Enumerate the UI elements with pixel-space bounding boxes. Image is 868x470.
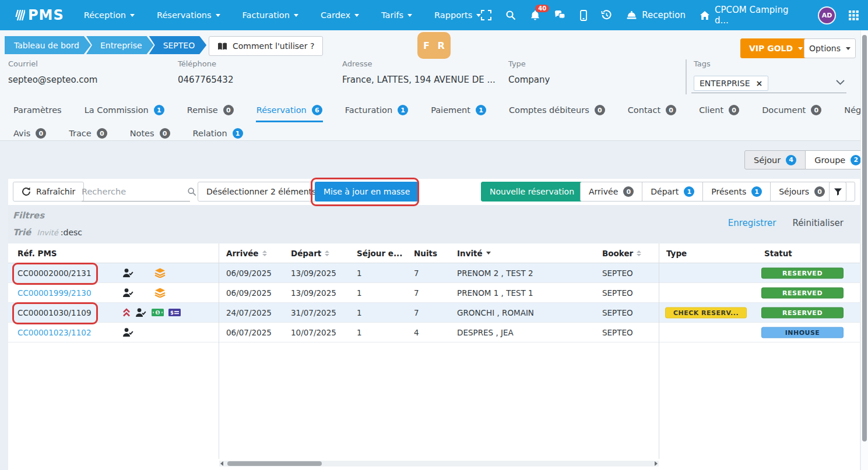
reservation-ref-link[interactable]: CC00001999/2130 [17, 288, 91, 298]
tab-facturation[interactable]: Facturation1 [345, 101, 409, 122]
col-sejour[interactable]: Séjour e... [357, 249, 402, 258]
svg-text:$: $ [156, 310, 159, 315]
tab-contact[interactable]: Contact0 [627, 101, 677, 122]
tab-notes[interactable]: Notes0 [129, 125, 171, 146]
table-pane-divider [219, 243, 219, 459]
tab-document[interactable]: Document0 [761, 101, 822, 122]
tab-paiement[interactable]: Paiement1 [430, 101, 487, 122]
main-menu: Réception Réservations Facturation Carde… [84, 10, 481, 20]
toolbar: Rafraîchir Désélectionner 2 éléments Mis… [8, 179, 860, 205]
tag-enterprise-chip[interactable]: ENTERPRISE × [694, 76, 768, 91]
layers-icon [154, 268, 166, 278]
search-field [82, 182, 190, 202]
advanced-filter-button[interactable] [829, 182, 846, 202]
tab-trace[interactable]: Trace0 [68, 125, 107, 146]
reset-filters-link[interactable]: Réinitialiser [792, 218, 844, 228]
table-row[interactable]: CC00001023/1102 06/07/2025 10/07/2025 1 … [8, 323, 860, 342]
table-row[interactable]: CC00001030/1109 $ $ 24/07/2025 31/07/202… [8, 303, 860, 323]
toggle-groupe[interactable]: Groupe2 [805, 150, 868, 169]
reservations-panel: Rafraîchir Désélectionner 2 éléments Mis… [8, 179, 860, 470]
sort-icon [637, 250, 641, 256]
vertical-scrollbar[interactable] [860, 30, 868, 470]
scroll-left-icon[interactable] [220, 461, 223, 466]
search-icon[interactable] [505, 10, 516, 20]
col-ref-pms[interactable]: Réf. PMS [17, 249, 57, 258]
filter-links: Enregistrer Réinitialiser [728, 218, 844, 228]
tab-parametres[interactable]: Paramètres [13, 101, 62, 122]
new-reservation-button[interactable]: Nouvelle réservation [481, 182, 583, 202]
menu-tarifs[interactable]: Tarifs [381, 10, 412, 20]
entity-tabs: Paramètres La Commission1 Remise0 Réserv… [13, 101, 855, 122]
tab-avis[interactable]: Avis0 [13, 125, 47, 146]
payment-card-icon: $ [168, 309, 181, 316]
reservation-ref[interactable]: CC00001030/1109 [17, 308, 91, 317]
col-nuits[interactable]: Nuits [414, 249, 437, 258]
app-logo[interactable]: PMS [15, 7, 64, 23]
history-icon[interactable] [601, 10, 612, 20]
horizontal-scrollbar[interactable] [219, 461, 659, 467]
table-row[interactable]: CC00002000/2131 06/09/2025 13/09/2025 1 … [8, 263, 860, 283]
tab-reservation[interactable]: Réservation6 [256, 101, 323, 122]
fullscreen-icon[interactable] [481, 10, 491, 20]
table-row[interactable]: CC00001999/2130 06/09/2025 13/09/2025 1 … [8, 283, 860, 303]
search-input[interactable] [82, 187, 187, 196]
sort-icon [262, 250, 267, 256]
filter-presents-button[interactable]: Présents1 [702, 182, 771, 202]
tags-dropdown-chevron-icon[interactable] [836, 80, 845, 85]
menu-cardex[interactable]: Cardex [321, 10, 359, 20]
top-navbar: PMS Réception Réservations Facturation C… [0, 0, 868, 30]
tab-relation[interactable]: Relation1 [192, 125, 244, 146]
save-filters-link[interactable]: Enregistrer [728, 218, 776, 228]
menu-reservations[interactable]: Réservations [157, 10, 220, 20]
refresh-button[interactable]: Rafraîchir [13, 182, 84, 202]
col-invite[interactable]: Invité [457, 249, 491, 258]
breadcrumb: Tableau de bord Entreprise SEPTEO [5, 36, 206, 54]
tab-remise[interactable]: Remise0 [187, 101, 234, 122]
chevron-down-icon [476, 14, 481, 17]
scroll-right-icon[interactable] [655, 461, 658, 466]
reservation-ref-link[interactable]: CC00001023/1102 [17, 328, 91, 337]
property-selector[interactable]: CPCOM Camping d... [700, 5, 805, 26]
bulk-update-button[interactable]: Mise à jour en masse [315, 182, 419, 202]
workstation-selector[interactable]: Reception [626, 10, 686, 20]
user-avatar[interactable]: AD [819, 8, 835, 23]
menu-facturation[interactable]: Facturation [243, 10, 298, 20]
home-icon [700, 10, 710, 20]
col-type[interactable]: Type [666, 249, 687, 258]
filter-sejours-button[interactable]: Séjours0 [770, 182, 834, 202]
tab-comptes-debiteurs[interactable]: Comptes débiteurs0 [508, 101, 606, 122]
col-depart[interactable]: Départ [291, 249, 329, 258]
scrollbar-thumb[interactable] [227, 461, 322, 466]
how-to-use-button[interactable]: Comment l'utiliser ? [209, 36, 323, 56]
col-statut[interactable]: Statut [764, 249, 792, 258]
vip-gold-button[interactable]: VIP GOLD [740, 38, 811, 58]
chat-icon[interactable] [554, 10, 566, 20]
menu-rapports[interactable]: Rapports [434, 10, 481, 20]
filter-arrivee-button[interactable]: Arrivée0 [580, 182, 642, 202]
notifications-bell-icon[interactable]: 40 [530, 10, 540, 21]
reservation-ref[interactable]: CC00002000/2131 [17, 268, 91, 278]
view-toggle: Séjour4 Groupe2 [744, 150, 868, 169]
logo-text: PMS [28, 7, 64, 23]
menu-reception[interactable]: Réception [84, 10, 135, 20]
col-arrivee[interactable]: Arrivée [226, 249, 267, 258]
table-pane-divider [659, 243, 659, 459]
filter-depart-button[interactable]: Départ1 [642, 182, 703, 202]
layers-icon [154, 288, 166, 298]
apps-grid-icon[interactable] [849, 10, 859, 20]
toggle-sejour[interactable]: Séjour4 [744, 150, 806, 169]
language-flag-badge[interactable]: F R [417, 32, 451, 59]
options-button[interactable]: Options [804, 38, 856, 58]
deselect-button[interactable]: Désélectionner 2 éléments [198, 182, 325, 202]
tab-la-commission[interactable]: La Commission1 [84, 101, 165, 122]
scrollbar-thumb[interactable] [862, 35, 867, 441]
refresh-icon [22, 187, 31, 196]
mobile-device-icon[interactable] [580, 10, 587, 21]
col-booker[interactable]: Booker [602, 249, 641, 258]
breadcrumb-dashboard[interactable]: Tableau de bord [5, 36, 91, 54]
remove-tag-icon[interactable]: × [755, 79, 762, 88]
breadcrumb-entreprise[interactable]: Entreprise [86, 36, 154, 54]
tab-client[interactable]: Client0 [698, 101, 740, 122]
breadcrumb-septeo[interactable]: SEPTEO [149, 36, 207, 54]
entity-tabs-row2: Avis0 Trace0 Notes0 Relation1 [13, 125, 855, 146]
